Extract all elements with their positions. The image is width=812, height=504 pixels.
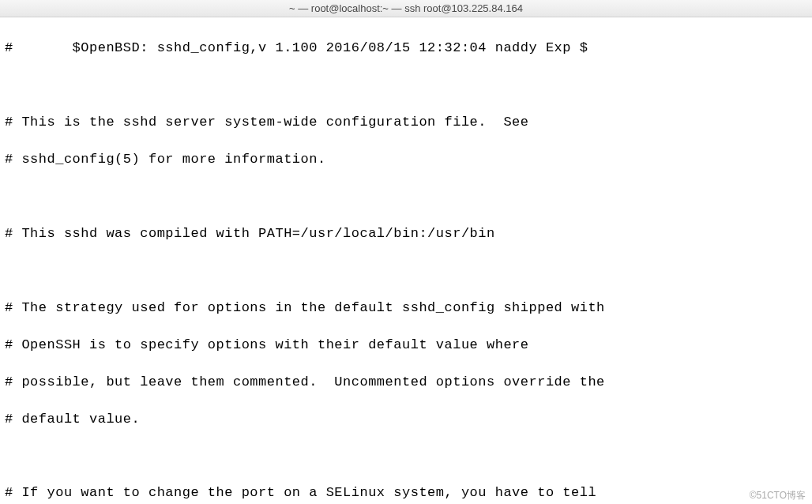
config-line: # $OpenBSD: sshd_config,v 1.100 2016/08/… <box>5 39 807 57</box>
config-line <box>5 261 807 280</box>
config-line: # default value. <box>5 410 807 428</box>
config-line: # The strategy used for options in the d… <box>5 299 807 317</box>
config-line: # If you want to change the port on a SE… <box>5 483 807 502</box>
config-line: # possible, but leave them commented. Un… <box>5 373 807 391</box>
watermark: ©51CTO博客 <box>750 489 806 502</box>
window-title-bar: ~ — root@localhost:~ — ssh root@103.225.… <box>0 0 812 17</box>
terminal-viewport[interactable]: # $OpenBSD: sshd_config,v 1.100 2016/08/… <box>0 17 812 504</box>
window-title: ~ — root@localhost:~ — ssh root@103.225.… <box>289 2 523 14</box>
config-line: # This sshd was compiled with PATH=/usr/… <box>5 224 807 243</box>
config-line <box>5 76 807 94</box>
config-line: # This is the sshd server system-wide co… <box>5 113 807 131</box>
config-line: # sshd_config(5) for more information. <box>5 150 807 168</box>
config-line <box>5 446 807 465</box>
config-line <box>5 187 807 205</box>
config-line: # OpenSSH is to specify options with the… <box>5 336 807 354</box>
